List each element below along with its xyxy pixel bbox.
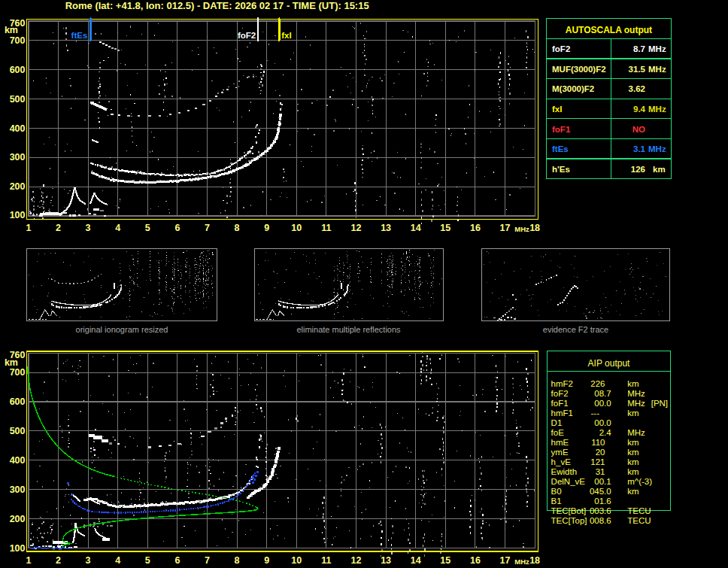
svg-text:8: 8 <box>235 223 240 233</box>
svg-text:MHz: MHz <box>648 105 666 114</box>
svg-text:ftEs: ftEs <box>552 144 569 153</box>
svg-text:500: 500 <box>10 426 26 436</box>
svg-text:MHz: MHz <box>514 557 529 566</box>
svg-text:400: 400 <box>10 455 26 466</box>
svg-text:1: 1 <box>26 223 31 233</box>
svg-text:D1: D1 <box>551 418 563 427</box>
svg-text:km: km <box>5 25 18 35</box>
svg-text:11: 11 <box>321 555 331 566</box>
svg-text:AUTOSCALA output: AUTOSCALA output <box>566 25 652 35</box>
svg-text:hmF2: hmF2 <box>551 379 573 388</box>
svg-text:km: km <box>627 379 639 388</box>
svg-text:foF1: foF1 <box>551 399 569 408</box>
svg-text:9.4: 9.4 <box>633 105 646 114</box>
svg-text:4: 4 <box>115 223 120 233</box>
svg-text:9: 9 <box>264 223 269 233</box>
svg-text:MHz: MHz <box>627 399 645 408</box>
svg-text:8: 8 <box>235 555 240 566</box>
svg-text:3: 3 <box>86 555 91 566</box>
svg-text:5: 5 <box>145 223 150 233</box>
svg-text:Rome (lat: +41.8, lon: 012.5): Rome (lat: +41.8, lon: 012.5) - DATE: 20… <box>65 0 369 11</box>
svg-text:00.0: 00.0 <box>594 399 611 408</box>
svg-text:100: 100 <box>10 210 26 220</box>
svg-text:ftEs: ftEs <box>71 31 88 40</box>
svg-text:16: 16 <box>470 223 481 233</box>
svg-text:045.0: 045.0 <box>590 487 611 496</box>
svg-text:MUF(3000)F2: MUF(3000)F2 <box>552 65 606 74</box>
svg-text:MHz: MHz <box>627 389 645 398</box>
svg-text:14: 14 <box>411 223 421 233</box>
svg-text:14: 14 <box>411 555 421 566</box>
svg-text:---: --- <box>591 409 600 418</box>
svg-text:008.6: 008.6 <box>590 516 611 525</box>
svg-text:km: km <box>627 438 639 447</box>
svg-text:fxI: fxI <box>281 31 291 40</box>
svg-text:13: 13 <box>381 223 391 233</box>
svg-text:4: 4 <box>115 555 120 566</box>
svg-text:7: 7 <box>205 223 210 233</box>
svg-text:h'Es: h'Es <box>552 165 570 174</box>
svg-text:ymE: ymE <box>551 448 569 457</box>
svg-text:km: km <box>627 487 639 496</box>
svg-text:foE: foE <box>551 428 565 437</box>
svg-text:TEC[Top]: TEC[Top] <box>551 516 587 525</box>
svg-text:600: 600 <box>10 65 26 75</box>
svg-text:AIP output: AIP output <box>588 358 630 369</box>
svg-text:evidence F2 trace: evidence F2 trace <box>543 325 608 334</box>
svg-text:2: 2 <box>56 555 61 566</box>
svg-text:MHz: MHz <box>648 144 666 153</box>
svg-text:500: 500 <box>10 94 26 105</box>
svg-text:17: 17 <box>500 555 511 566</box>
svg-text:121: 121 <box>590 457 605 466</box>
svg-text:km: km <box>627 448 639 457</box>
svg-text:600: 600 <box>10 396 26 407</box>
svg-text:3.1: 3.1 <box>633 144 646 153</box>
svg-text:226: 226 <box>590 379 605 388</box>
svg-text:foF2: foF2 <box>552 44 570 53</box>
svg-text:original ionogram resized: original ionogram resized <box>76 325 168 334</box>
svg-text:5: 5 <box>145 555 150 566</box>
svg-text:18: 18 <box>529 555 540 566</box>
svg-text:9: 9 <box>264 555 269 566</box>
svg-text:15: 15 <box>440 223 450 233</box>
svg-text:300: 300 <box>10 152 26 163</box>
svg-text:foF2: foF2 <box>238 31 256 40</box>
svg-text:MHz: MHz <box>648 44 666 53</box>
svg-text:13: 13 <box>381 555 391 566</box>
svg-text:hmF1: hmF1 <box>551 409 573 418</box>
svg-text:6: 6 <box>174 223 180 233</box>
svg-text:8.7: 8.7 <box>633 44 645 53</box>
svg-text:km: km <box>5 357 18 368</box>
svg-text:17: 17 <box>500 223 511 233</box>
svg-text:700: 700 <box>10 35 26 46</box>
svg-text:126: 126 <box>631 165 645 174</box>
svg-text:100: 100 <box>10 543 26 554</box>
svg-text:01.6: 01.6 <box>594 497 611 506</box>
svg-text:1: 1 <box>26 555 31 566</box>
svg-text:foF1: foF1 <box>552 125 571 134</box>
svg-text:hmE: hmE <box>551 438 569 447</box>
svg-text:12: 12 <box>351 555 362 566</box>
svg-text:eliminate multiple reflections: eliminate multiple reflections <box>296 325 401 334</box>
svg-text:M(3000)F2: M(3000)F2 <box>552 84 594 93</box>
svg-text:3.62: 3.62 <box>629 84 645 93</box>
svg-text:200: 200 <box>10 181 26 192</box>
svg-text:6: 6 <box>174 555 180 566</box>
svg-text:TECU: TECU <box>627 506 651 515</box>
svg-text:fxI: fxI <box>552 105 562 114</box>
svg-text:300: 300 <box>10 484 26 495</box>
svg-text:20: 20 <box>596 448 605 457</box>
svg-text:km: km <box>653 165 666 174</box>
svg-text:km: km <box>627 457 639 466</box>
svg-text:m^(-3): m^(-3) <box>627 477 652 486</box>
svg-text:12: 12 <box>351 223 362 233</box>
svg-text:16: 16 <box>470 555 481 566</box>
svg-text:2: 2 <box>56 223 61 233</box>
svg-text:km: km <box>627 409 639 418</box>
svg-text:TEC[Bot]: TEC[Bot] <box>551 506 587 515</box>
svg-text:00.1: 00.1 <box>594 477 611 486</box>
svg-text:Ewidth: Ewidth <box>551 467 578 476</box>
svg-text:MHz: MHz <box>627 428 645 437</box>
svg-text:200: 200 <box>10 514 26 524</box>
svg-text:2.4: 2.4 <box>599 428 612 437</box>
